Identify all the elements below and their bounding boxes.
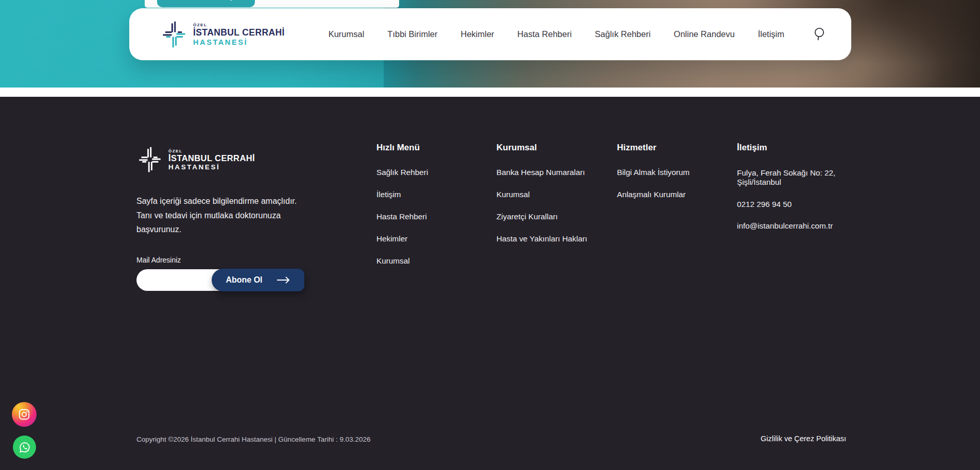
logo-name: İSTANBUL CERRAHİ [168, 153, 255, 163]
footer-column-quick-menu: Hızlı Menü Sağlık RehberiİletişimHasta R… [376, 143, 428, 278]
footer-links: Banka Hesap NumaralarıKurumsalZiyaretçi … [496, 168, 587, 243]
search-icon [813, 27, 827, 41]
logo-name: İSTANBUL CERRAHİ [193, 27, 285, 38]
hospital-cross-logo-icon [160, 20, 188, 49]
hospital-cross-logo-icon [136, 146, 163, 173]
footer-column-title: Hizmetler [617, 143, 690, 153]
footer-column-services: Hizmetler Bilgi Almak İstiyorumAnlaşmalı… [617, 143, 690, 212]
nav-item[interactable]: Hasta Rehberi [518, 29, 572, 39]
footer-link[interactable]: Kurumsal [376, 256, 428, 266]
footer-logo: ÖZEL İSTANBUL CERRAHİ HASTANESİ [136, 146, 309, 173]
content-card-remnant: Gönder [145, 0, 399, 8]
whatsapp-button[interactable] [13, 436, 36, 459]
newsletter-label: Mail Adresiniz [136, 256, 309, 264]
disclaimer-line: Sayfa içeriği sadece bilgilendirme amaçl… [136, 194, 309, 208]
footer-link[interactable]: Hekimler [376, 234, 428, 243]
address-line: Şişli/İstanbul [737, 178, 848, 187]
arrow-right-icon [222, 0, 235, 2]
footer-link[interactable]: Sağlık Rehberi [376, 168, 428, 177]
nav-item[interactable]: Tıbbi Birimler [387, 29, 437, 39]
logo-ozel: ÖZEL [193, 23, 285, 27]
nav-item[interactable]: Kurumsal [329, 29, 365, 39]
logo-subname: HASTANESİ [193, 38, 285, 46]
footer-link[interactable]: Banka Hesap Numaraları [496, 168, 587, 177]
contact-address: Fulya, Ferah Sokağı No: 22, Şişli/İstanb… [737, 168, 848, 186]
disclaimer-line: başvurunuz. [136, 222, 309, 237]
search-button[interactable] [812, 27, 828, 42]
nav-item[interactable]: Hekimler [461, 29, 494, 39]
footer-links: Sağlık RehberiİletişimHasta RehberiHekim… [376, 168, 428, 266]
footer-brand-column: ÖZEL İSTANBUL CERRAHİ HASTANESİ Sayfa iç… [136, 146, 309, 292]
footer-column-title: Kurumsal [496, 143, 587, 153]
nav-item[interactable]: İletişim [758, 29, 784, 39]
footer-link[interactable]: Hasta Rehberi [376, 212, 428, 221]
footer: ÖZEL İSTANBUL CERRAHİ HASTANESİ Sayfa iç… [0, 97, 980, 470]
footer-link[interactable]: Anlaşmalı Kurumlar [617, 190, 690, 199]
header-logo[interactable]: ÖZEL İSTANBUL CERRAHİ HASTANESİ [160, 20, 285, 49]
footer-link[interactable]: Kurumsal [496, 190, 587, 199]
nav-item[interactable]: Online Randevu [674, 29, 734, 39]
footer-link[interactable]: Hasta ve Yakınları Hakları [496, 234, 587, 243]
arrow-right-icon [276, 276, 290, 284]
footer-link[interactable]: Bilgi Almak İstiyorum [617, 168, 690, 177]
instagram-button[interactable] [12, 402, 37, 427]
page-background-strip [0, 88, 980, 97]
footer-link[interactable]: Ziyaretçi Kuralları [496, 212, 587, 221]
gonder-button-label: Gönder [177, 0, 204, 2]
logo-subname: HASTANESİ [168, 163, 255, 171]
newsletter-form: Abone Ol [136, 269, 306, 292]
main-navigation: KurumsalTıbbi BirimlerHekimlerHasta Rehb… [329, 29, 784, 39]
footer-links: Bilgi Almak İstiyorumAnlaşmalı Kurumlar [617, 168, 690, 199]
address-line: Fulya, Ferah Sokağı No: 22, [737, 168, 848, 178]
gonder-button[interactable]: Gönder [157, 0, 255, 7]
subscribe-button[interactable]: Abone Ol [212, 269, 304, 291]
header-logo-text: ÖZEL İSTANBUL CERRAHİ HASTANESİ [193, 23, 285, 46]
footer-logo-text: ÖZEL İSTANBUL CERRAHİ HASTANESİ [168, 149, 255, 171]
footer-column-title: Hızlı Menü [376, 143, 428, 153]
footer-column-corporate: Kurumsal Banka Hesap NumaralarıKurumsalZ… [496, 143, 587, 256]
contact-email[interactable]: info@istanbulcerrahi.com.tr [737, 221, 848, 231]
copyright-text: Copyright ©2026 İstanbul Cerrahi Hastane… [136, 436, 370, 443]
contact-phone[interactable]: 0212 296 94 50 [737, 200, 848, 209]
hero-section: Gönder ÖZEL İSTANBUL CERRAHİ HAS [0, 0, 980, 88]
footer-column-contact: İletişim Fulya, Ferah Sokağı No: 22, Şiş… [737, 143, 848, 231]
whatsapp-icon [18, 441, 31, 454]
subscribe-button-label: Abone Ol [226, 275, 262, 285]
privacy-policy-link[interactable]: Gizlilik ve Çerez Politikası [761, 434, 846, 443]
footer-link[interactable]: İletişim [376, 190, 428, 199]
instagram-icon [18, 408, 31, 421]
footer-column-title: İletişim [737, 143, 848, 153]
logo-ozel: ÖZEL [168, 149, 255, 153]
nav-item[interactable]: Sağlık Rehberi [595, 29, 650, 39]
disclaimer-text: Sayfa içeriği sadece bilgilendirme amaçl… [136, 194, 309, 237]
header-bar: ÖZEL İSTANBUL CERRAHİ HASTANESİ Kurumsal… [129, 8, 851, 60]
disclaimer-line: Tanı ve tedavi için mutlaka doktorunuza [136, 208, 309, 223]
